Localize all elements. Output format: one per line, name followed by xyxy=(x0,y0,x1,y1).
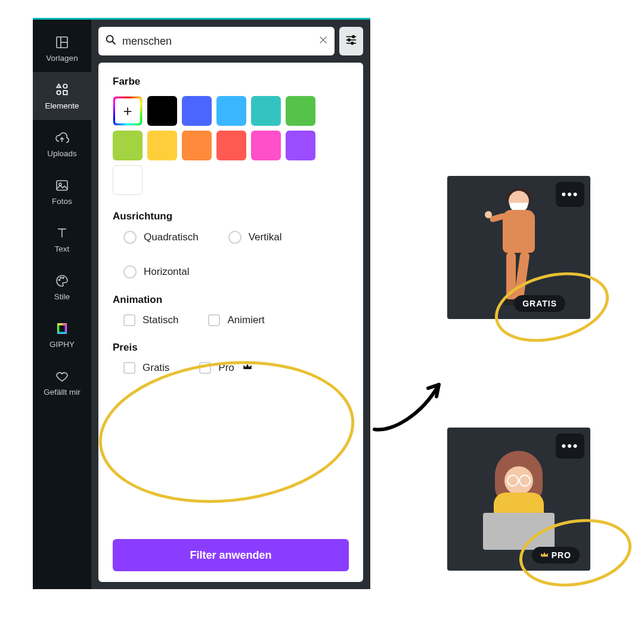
sidebar-item-photos[interactable]: Fotos xyxy=(33,168,91,215)
heart-icon xyxy=(54,369,70,384)
svg-rect-4 xyxy=(63,91,67,95)
color-swatch[interactable] xyxy=(113,165,143,195)
sidebar-item-styles[interactable]: Stile xyxy=(33,263,91,311)
animation-static-option[interactable]: Statisch xyxy=(123,314,178,326)
color-section-title: Farbe xyxy=(113,76,349,88)
svg-point-9 xyxy=(63,277,64,278)
sidebar-item-likes[interactable]: Gefällt mir xyxy=(33,358,91,406)
option-label: Gratis xyxy=(143,362,169,374)
sidebar-item-uploads[interactable]: Uploads xyxy=(33,120,91,168)
orientation-horizontal-option[interactable]: Horizontal xyxy=(123,265,190,278)
color-swatch[interactable] xyxy=(286,131,315,160)
option-label: Quadratisch xyxy=(144,231,199,243)
color-swatch[interactable] xyxy=(216,131,246,160)
animation-section-title: Animation xyxy=(113,294,349,306)
templates-icon xyxy=(54,35,70,50)
elements-panel: Farbe + Ausrichtung Quadratisch xyxy=(91,20,370,589)
color-swatch[interactable] xyxy=(251,131,281,160)
sliders-icon xyxy=(345,33,358,49)
upload-cloud-icon xyxy=(54,130,70,145)
filter-panel: Farbe + Ausrichtung Quadratisch xyxy=(98,63,363,582)
svg-point-21 xyxy=(352,36,355,38)
color-swatch[interactable] xyxy=(216,96,246,126)
card-more-button[interactable]: ••• xyxy=(556,182,584,207)
option-label: Vertikal xyxy=(249,231,282,243)
search-row xyxy=(98,27,363,55)
sidebar-item-label: Text xyxy=(55,244,70,253)
card-more-button[interactable]: ••• xyxy=(556,434,584,459)
radio-icon xyxy=(123,265,137,278)
giphy-icon xyxy=(54,321,70,336)
illustration-nurse xyxy=(486,185,552,310)
color-swatch[interactable] xyxy=(182,96,212,126)
color-swatch[interactable] xyxy=(286,96,315,126)
elements-icon xyxy=(54,82,70,98)
svg-point-3 xyxy=(63,84,67,88)
free-badge: GRATIS xyxy=(514,295,565,312)
sidebar-item-templates[interactable]: Vorlagen xyxy=(33,24,91,72)
filter-settings-button[interactable] xyxy=(339,27,363,55)
option-label: Pro xyxy=(218,362,234,374)
price-pro-option[interactable]: Pro xyxy=(199,362,252,374)
sidebar-item-label: Vorlagen xyxy=(46,54,78,63)
radio-icon xyxy=(228,231,242,244)
color-swatch[interactable] xyxy=(251,96,281,126)
plus-icon: + xyxy=(123,102,132,120)
illustration-desk-person xyxy=(465,442,572,556)
price-free-option[interactable]: Gratis xyxy=(123,362,169,374)
option-label: Statisch xyxy=(143,314,178,326)
checkbox-icon xyxy=(123,362,135,374)
element-card-pro[interactable]: ••• PRO xyxy=(447,428,590,571)
sidebar-item-text[interactable]: Text xyxy=(33,215,91,263)
svg-point-23 xyxy=(348,39,351,41)
crown-icon xyxy=(540,550,549,560)
color-swatch[interactable] xyxy=(113,131,143,160)
price-section: Preis Gratis Pro xyxy=(113,342,349,374)
svg-point-7 xyxy=(59,279,60,280)
sidebar-item-giphy[interactable]: GIPHY xyxy=(33,311,91,358)
sidebar-item-elements[interactable]: Elemente xyxy=(33,72,91,120)
animation-animated-option[interactable]: Animiert xyxy=(208,314,264,326)
option-label: Horizontal xyxy=(144,266,190,278)
svg-rect-13 xyxy=(58,332,67,333)
orientation-vertical-option[interactable]: Vertikal xyxy=(228,231,282,244)
svg-point-16 xyxy=(107,36,113,42)
orientation-square-option[interactable]: Quadratisch xyxy=(123,231,199,244)
badge-label: PRO xyxy=(552,550,571,560)
apply-filter-button[interactable]: Filter anwenden xyxy=(113,539,349,571)
svg-rect-5 xyxy=(57,181,67,190)
clear-icon[interactable] xyxy=(318,35,329,48)
editor-side-panel: Vorlagen Elemente Uploads Fotos xyxy=(33,18,370,589)
sidebar-item-label: Gefällt mir xyxy=(44,388,80,397)
sidebar-item-label: Elemente xyxy=(45,101,79,110)
radio-icon xyxy=(123,231,137,244)
sidebar-item-label: Uploads xyxy=(47,149,77,158)
photo-icon xyxy=(54,178,70,193)
sidebar-item-label: GIPHY xyxy=(49,340,75,349)
text-icon xyxy=(54,225,70,241)
option-label: Animiert xyxy=(227,314,264,326)
add-color-swatch[interactable]: + xyxy=(113,96,143,126)
svg-line-17 xyxy=(113,42,116,45)
crown-icon xyxy=(243,362,252,374)
checkbox-icon xyxy=(199,362,211,374)
svg-point-8 xyxy=(60,277,61,278)
color-grid: + xyxy=(113,96,349,195)
color-swatch[interactable] xyxy=(182,131,212,160)
price-section-title: Preis xyxy=(113,342,349,354)
checkbox-icon xyxy=(123,314,135,326)
animation-section: Animation Statisch Animiert xyxy=(113,294,349,326)
palette-icon xyxy=(54,273,70,289)
color-swatch[interactable] xyxy=(147,96,177,126)
search-box[interactable] xyxy=(98,27,335,55)
color-swatch[interactable] xyxy=(147,131,177,160)
sidebar-item-label: Stile xyxy=(54,292,70,301)
more-icon: ••• xyxy=(561,187,578,202)
search-input[interactable] xyxy=(122,35,313,48)
sidebar: Vorlagen Elemente Uploads Fotos xyxy=(33,20,91,589)
checkbox-icon xyxy=(208,314,220,326)
svg-rect-14 xyxy=(58,323,63,325)
orientation-section-title: Ausrichtung xyxy=(113,210,349,222)
svg-point-25 xyxy=(351,42,354,45)
element-card-free[interactable]: ••• GRATIS xyxy=(447,176,590,319)
